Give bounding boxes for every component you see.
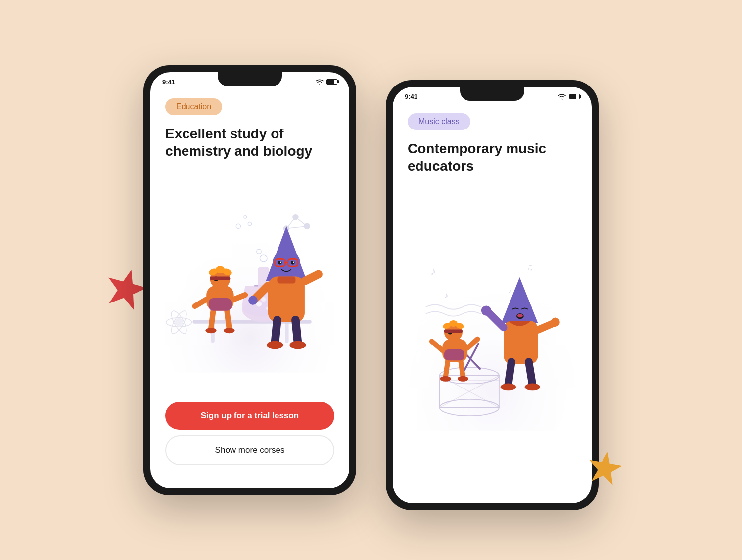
phone-2-screen: 9:41 Music class Contemporary music educ… (393, 87, 592, 503)
svg-point-83 (440, 376, 451, 381)
wifi-icon-2 (557, 93, 566, 100)
svg-text:♫: ♫ (526, 262, 533, 272)
svg-rect-90 (504, 320, 538, 364)
battery-icon-2 (569, 94, 580, 99)
education-badge: Education (165, 98, 222, 115)
music-illustration: ♪ ♫ ♪ ♪ (408, 184, 577, 480)
svg-rect-49 (268, 276, 305, 322)
scene: 9:41 Education Excellent study of chemis… (143, 50, 599, 510)
notch-2 (460, 87, 524, 101)
battery-icon-1 (326, 79, 337, 85)
svg-point-8 (175, 318, 183, 326)
svg-line-35 (211, 310, 213, 329)
svg-point-47 (280, 261, 281, 263)
svg-text:♪: ♪ (430, 265, 436, 277)
svg-point-87 (507, 299, 533, 324)
trial-lesson-button[interactable]: Sign up for a trial lesson (165, 402, 334, 430)
phone-2: 9:41 Music class Contemporary music educ… (386, 80, 599, 510)
svg-line-95 (508, 362, 511, 385)
svg-rect-78 (444, 329, 463, 332)
svg-rect-85 (444, 349, 464, 360)
svg-line-36 (227, 310, 230, 329)
svg-point-38 (224, 328, 234, 333)
phone-1-content: Education Excellent study of chemistry a… (150, 88, 349, 480)
svg-point-22 (261, 297, 266, 302)
star-red-decoration (104, 267, 148, 311)
svg-point-57 (289, 341, 306, 349)
svg-point-37 (205, 328, 216, 333)
svg-line-55 (295, 320, 298, 343)
svg-point-97 (501, 383, 516, 390)
svg-line-54 (275, 320, 278, 343)
show-more-button[interactable]: Show more corses (165, 435, 334, 465)
svg-point-84 (458, 376, 468, 381)
svg-rect-50 (277, 276, 295, 283)
phone-1-screen: 9:41 Education Excellent study of chemis… (150, 72, 349, 488)
svg-point-94 (551, 317, 559, 326)
music-class-badge: Music class (408, 113, 470, 130)
svg-point-92 (481, 305, 491, 315)
svg-rect-32 (210, 276, 231, 280)
phone-2-title: Contemporary music educators (408, 140, 577, 174)
svg-line-82 (461, 360, 463, 377)
svg-point-52 (248, 296, 257, 304)
phone-1: 9:41 Education Excellent study of chemis… (143, 65, 356, 495)
svg-point-98 (525, 383, 540, 390)
svg-point-56 (267, 341, 283, 349)
svg-text:♪: ♪ (508, 287, 511, 295)
svg-point-48 (293, 261, 294, 263)
svg-rect-58 (408, 234, 577, 430)
phone-1-title: Excellent study of chemistry and biology (165, 125, 334, 160)
status-icons-2 (557, 93, 580, 100)
svg-point-89 (517, 314, 523, 317)
phone-2-content: Music class Contemporary music educators (393, 103, 592, 495)
svg-line-96 (529, 362, 532, 385)
svg-line-81 (446, 360, 448, 377)
svg-marker-99 (586, 450, 623, 486)
star-orange-decoration (586, 450, 623, 487)
notch-1 (218, 72, 282, 86)
status-icons-1 (315, 79, 337, 85)
svg-rect-39 (209, 298, 232, 310)
svg-rect-17 (285, 320, 288, 343)
svg-marker-0 (104, 267, 148, 311)
wifi-icon-1 (315, 79, 324, 85)
status-time-2: 9:41 (405, 93, 417, 100)
chemistry-illustration (165, 170, 334, 402)
status-time-1: 9:41 (162, 78, 175, 86)
svg-text:♪: ♪ (444, 290, 448, 300)
